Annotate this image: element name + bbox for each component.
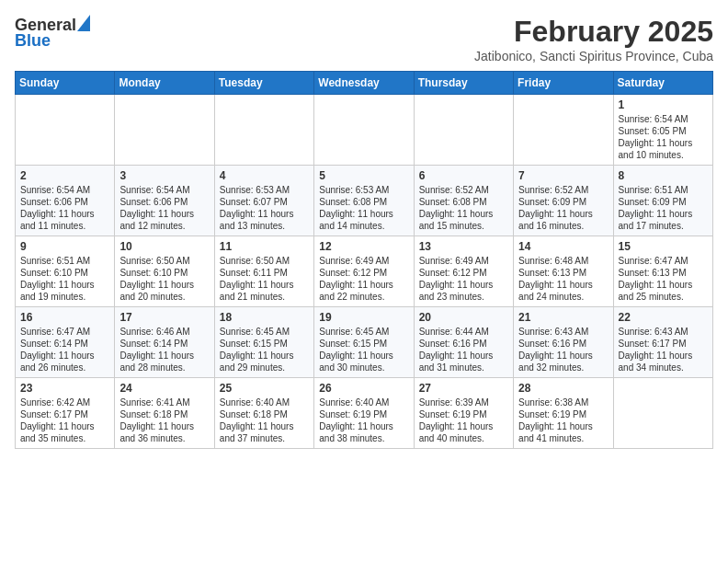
calendar-cell: 16Sunrise: 6:47 AM Sunset: 6:14 PM Dayli…: [16, 307, 115, 378]
calendar-cell: 6Sunrise: 6:52 AM Sunset: 6:08 PM Daylig…: [414, 166, 513, 236]
calendar-cell: [414, 95, 513, 166]
weekday-header-friday: Friday: [514, 72, 613, 95]
day-number: 3: [119, 169, 209, 182]
day-info: Sunrise: 6:43 AM Sunset: 6:17 PM Dayligh…: [619, 326, 708, 373]
calendar-header: SundayMondayTuesdayWednesdayThursdayFrid…: [16, 72, 713, 95]
day-number: 1: [619, 98, 708, 111]
day-info: Sunrise: 6:50 AM Sunset: 6:11 PM Dayligh…: [220, 255, 309, 303]
day-info: Sunrise: 6:42 AM Sunset: 6:17 PM Dayligh…: [20, 396, 109, 444]
day-number: 17: [119, 311, 209, 324]
day-info: Sunrise: 6:49 AM Sunset: 6:12 PM Dayligh…: [419, 255, 508, 303]
day-number: 13: [419, 240, 508, 253]
day-number: 11: [220, 240, 309, 253]
day-info: Sunrise: 6:51 AM Sunset: 6:10 PM Dayligh…: [20, 255, 109, 303]
calendar-cell: [613, 378, 712, 449]
calendar-week-row: 9Sunrise: 6:51 AM Sunset: 6:10 PM Daylig…: [16, 236, 713, 307]
day-info: Sunrise: 6:50 AM Sunset: 6:10 PM Dayligh…: [119, 255, 209, 303]
day-number: 9: [20, 240, 109, 253]
day-number: 24: [119, 382, 209, 395]
day-info: Sunrise: 6:51 AM Sunset: 6:09 PM Dayligh…: [619, 184, 708, 232]
day-number: 2: [20, 169, 109, 182]
day-info: Sunrise: 6:45 AM Sunset: 6:15 PM Dayligh…: [220, 326, 309, 373]
location-subtitle: Jatibonico, Sancti Spiritus Province, Cu…: [474, 49, 713, 63]
day-number: 22: [619, 311, 708, 324]
day-number: 12: [319, 240, 408, 253]
calendar-cell: 15Sunrise: 6:47 AM Sunset: 6:13 PM Dayli…: [613, 236, 712, 307]
day-info: Sunrise: 6:47 AM Sunset: 6:14 PM Dayligh…: [20, 326, 109, 373]
calendar-cell: 4Sunrise: 6:53 AM Sunset: 6:07 PM Daylig…: [214, 166, 313, 236]
day-number: 15: [619, 240, 708, 253]
day-info: Sunrise: 6:54 AM Sunset: 6:06 PM Dayligh…: [20, 184, 109, 232]
weekday-header-tuesday: Tuesday: [214, 72, 313, 95]
calendar-cell: 12Sunrise: 6:49 AM Sunset: 6:12 PM Dayli…: [314, 236, 414, 307]
calendar-cell: 7Sunrise: 6:52 AM Sunset: 6:09 PM Daylig…: [514, 166, 613, 236]
calendar-cell: 10Sunrise: 6:50 AM Sunset: 6:10 PM Dayli…: [115, 236, 214, 307]
calendar-week-row: 1Sunrise: 6:54 AM Sunset: 6:05 PM Daylig…: [16, 95, 713, 166]
calendar-cell: 14Sunrise: 6:48 AM Sunset: 6:13 PM Dayli…: [514, 236, 613, 307]
calendar-cell: 19Sunrise: 6:45 AM Sunset: 6:15 PM Dayli…: [314, 307, 414, 378]
logo: General Blue: [15, 15, 90, 51]
day-info: Sunrise: 6:43 AM Sunset: 6:16 PM Dayligh…: [518, 326, 608, 373]
calendar-cell: 21Sunrise: 6:43 AM Sunset: 6:16 PM Dayli…: [514, 307, 613, 378]
logo-blue: Blue: [15, 31, 51, 51]
month-year-title: February 2025: [474, 15, 713, 49]
calendar-cell: 5Sunrise: 6:53 AM Sunset: 6:08 PM Daylig…: [314, 166, 414, 236]
page-header: General Blue February 2025 Jatibonico, S…: [15, 15, 713, 63]
weekday-header-saturday: Saturday: [613, 72, 712, 95]
calendar-cell: 9Sunrise: 6:51 AM Sunset: 6:10 PM Daylig…: [16, 236, 115, 307]
calendar-cell: 22Sunrise: 6:43 AM Sunset: 6:17 PM Dayli…: [613, 307, 712, 378]
calendar-cell: 23Sunrise: 6:42 AM Sunset: 6:17 PM Dayli…: [16, 378, 115, 449]
day-number: 5: [319, 169, 408, 182]
weekday-header-monday: Monday: [115, 72, 214, 95]
day-info: Sunrise: 6:46 AM Sunset: 6:14 PM Dayligh…: [119, 326, 209, 373]
day-number: 16: [20, 311, 109, 324]
calendar-week-row: 2Sunrise: 6:54 AM Sunset: 6:06 PM Daylig…: [16, 166, 713, 236]
day-number: 19: [319, 311, 408, 324]
day-info: Sunrise: 6:54 AM Sunset: 6:05 PM Dayligh…: [619, 113, 708, 161]
day-number: 21: [518, 311, 608, 324]
day-info: Sunrise: 6:53 AM Sunset: 6:07 PM Dayligh…: [220, 184, 309, 232]
day-number: 20: [419, 311, 508, 324]
day-number: 10: [119, 240, 209, 253]
calendar-cell: [115, 95, 214, 166]
svg-marker-0: [77, 15, 90, 31]
calendar-cell: 26Sunrise: 6:40 AM Sunset: 6:19 PM Dayli…: [314, 378, 414, 449]
day-info: Sunrise: 6:52 AM Sunset: 6:09 PM Dayligh…: [518, 184, 608, 232]
day-number: 4: [220, 169, 309, 182]
calendar-cell: 28Sunrise: 6:38 AM Sunset: 6:19 PM Dayli…: [514, 378, 613, 449]
day-info: Sunrise: 6:47 AM Sunset: 6:13 PM Dayligh…: [619, 255, 708, 303]
calendar-cell: 13Sunrise: 6:49 AM Sunset: 6:12 PM Dayli…: [414, 236, 513, 307]
calendar-cell: 1Sunrise: 6:54 AM Sunset: 6:05 PM Daylig…: [613, 95, 712, 166]
day-info: Sunrise: 6:44 AM Sunset: 6:16 PM Dayligh…: [419, 326, 508, 373]
weekday-header-row: SundayMondayTuesdayWednesdayThursdayFrid…: [16, 72, 713, 95]
calendar-cell: 8Sunrise: 6:51 AM Sunset: 6:09 PM Daylig…: [613, 166, 712, 236]
title-block: February 2025 Jatibonico, Sancti Spiritu…: [474, 15, 713, 63]
calendar-cell: 18Sunrise: 6:45 AM Sunset: 6:15 PM Dayli…: [214, 307, 313, 378]
day-number: 23: [20, 382, 109, 395]
day-info: Sunrise: 6:38 AM Sunset: 6:19 PM Dayligh…: [518, 396, 608, 444]
day-number: 6: [419, 169, 508, 182]
calendar-week-row: 23Sunrise: 6:42 AM Sunset: 6:17 PM Dayli…: [16, 378, 713, 449]
calendar-cell: [514, 95, 613, 166]
calendar-table: SundayMondayTuesdayWednesdayThursdayFrid…: [15, 71, 713, 449]
calendar-cell: 11Sunrise: 6:50 AM Sunset: 6:11 PM Dayli…: [214, 236, 313, 307]
calendar-cell: 25Sunrise: 6:40 AM Sunset: 6:18 PM Dayli…: [214, 378, 313, 449]
calendar-body: 1Sunrise: 6:54 AM Sunset: 6:05 PM Daylig…: [16, 95, 713, 449]
day-info: Sunrise: 6:39 AM Sunset: 6:19 PM Dayligh…: [419, 396, 508, 444]
calendar-cell: [314, 95, 414, 166]
calendar-cell: 17Sunrise: 6:46 AM Sunset: 6:14 PM Dayli…: [115, 307, 214, 378]
weekday-header-wednesday: Wednesday: [314, 72, 414, 95]
day-number: 14: [518, 240, 608, 253]
calendar-cell: 24Sunrise: 6:41 AM Sunset: 6:18 PM Dayli…: [115, 378, 214, 449]
calendar-cell: [16, 95, 115, 166]
weekday-header-thursday: Thursday: [414, 72, 513, 95]
calendar-cell: 2Sunrise: 6:54 AM Sunset: 6:06 PM Daylig…: [16, 166, 115, 236]
day-number: 7: [518, 169, 608, 182]
day-info: Sunrise: 6:53 AM Sunset: 6:08 PM Dayligh…: [319, 184, 408, 232]
day-number: 26: [319, 382, 408, 395]
weekday-header-sunday: Sunday: [16, 72, 115, 95]
day-info: Sunrise: 6:48 AM Sunset: 6:13 PM Dayligh…: [518, 255, 608, 303]
day-number: 8: [619, 169, 708, 182]
calendar-week-row: 16Sunrise: 6:47 AM Sunset: 6:14 PM Dayli…: [16, 307, 713, 378]
day-info: Sunrise: 6:45 AM Sunset: 6:15 PM Dayligh…: [319, 326, 408, 373]
